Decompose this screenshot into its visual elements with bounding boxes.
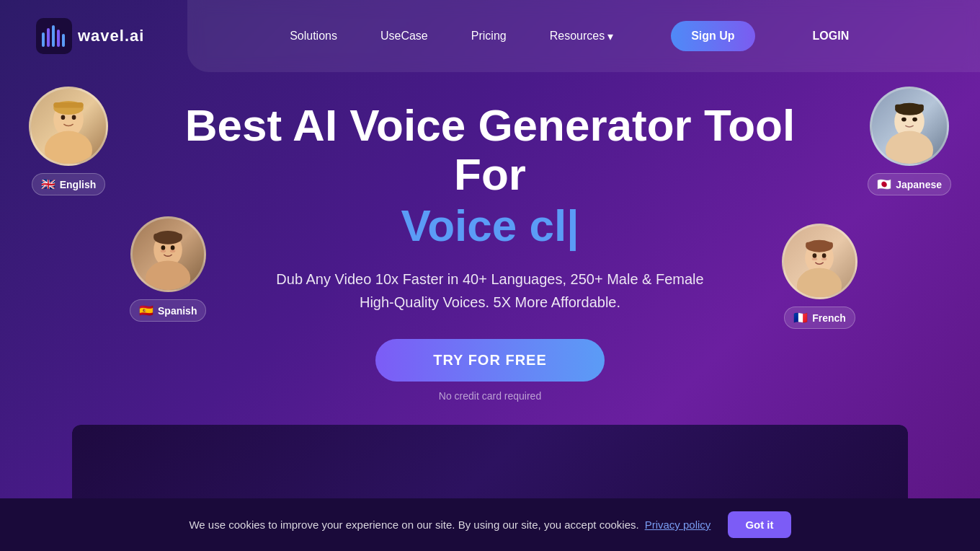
svg-rect-4	[57, 30, 60, 47]
svg-point-24	[160, 250, 166, 252]
svg-rect-5	[62, 34, 65, 47]
svg-point-15	[912, 118, 917, 122]
svg-point-32	[812, 257, 818, 260]
hero-subtitle: Voice cl|	[401, 199, 579, 252]
lang-badge-japanese: 🇯🇵 Japanese	[868, 173, 951, 195]
svg-rect-17	[895, 105, 924, 110]
avatar-english: 🇬🇧 English	[29, 87, 108, 195]
avatar-japanese: 🇯🇵 Japanese	[868, 87, 951, 195]
svg-point-13	[886, 131, 933, 164]
nav-resources[interactable]: Resources ▾	[550, 30, 613, 43]
cursor: |	[566, 199, 579, 252]
flag-french: 🇫🇷	[793, 311, 808, 325]
flag-spanish: 🇪🇸	[139, 304, 153, 317]
svg-rect-3	[52, 25, 55, 47]
flag-japanese: 🇯🇵	[877, 177, 891, 191]
svg-point-28	[813, 253, 817, 258]
logo[interactable]: wavel.ai	[36, 18, 144, 54]
signup-button[interactable]: Sign Up	[671, 21, 754, 51]
flag-english: 🇬🇧	[41, 177, 55, 191]
lang-badge-french: 🇫🇷 French	[784, 307, 855, 329]
svg-point-20	[161, 245, 165, 250]
svg-point-27	[797, 268, 842, 297]
svg-point-9	[72, 115, 76, 120]
svg-point-19	[146, 260, 190, 290]
svg-point-8	[61, 115, 66, 120]
no-card-label: No credit card required	[439, 390, 541, 402]
hero-title: Best AI Voice Generator Tool For	[166, 101, 814, 199]
svg-point-14	[901, 118, 906, 122]
avatar-image-french	[782, 224, 858, 299]
avatar-spanish: 🇪🇸 Spanish	[130, 216, 206, 322]
lang-label-japanese: Japanese	[896, 179, 942, 190]
nav-links: Solutions UseCase Pricing Resources ▾ Si…	[187, 0, 980, 72]
lang-badge-spanish: 🇪🇸 Spanish	[130, 299, 206, 322]
logo-text: wavel.ai	[78, 27, 144, 45]
svg-point-7	[45, 131, 92, 164]
cta-button[interactable]: TRY FOR FREE	[375, 339, 605, 382]
lang-label-spanish: Spanish	[158, 305, 197, 317]
svg-rect-23	[153, 234, 182, 239]
svg-point-33	[821, 257, 827, 260]
hero-description: Dub Any Video 10x Faster in 40+ Language…	[267, 268, 713, 314]
got-it-button[interactable]: Got it	[728, 511, 790, 538]
login-button[interactable]: LOGIN	[813, 30, 850, 43]
nav-pricing[interactable]: Pricing	[471, 30, 507, 43]
lang-badge-english: 🇬🇧 English	[32, 173, 106, 195]
logo-icon	[36, 18, 72, 54]
svg-point-25	[170, 250, 176, 252]
svg-rect-11	[53, 102, 84, 108]
svg-rect-31	[806, 242, 833, 247]
nav-solutions[interactable]: Solutions	[290, 30, 337, 43]
cookie-message: We use cookies to improve your experienc…	[189, 519, 638, 531]
chevron-down-icon: ▾	[607, 30, 613, 43]
svg-rect-1	[42, 32, 45, 47]
privacy-policy-link[interactable]: Privacy policy	[645, 519, 711, 531]
lang-label-english: English	[60, 179, 97, 190]
avatar-image-english	[29, 87, 108, 166]
cookie-banner: We use cookies to improve your experienc…	[0, 498, 980, 551]
avatar-image-japanese	[870, 87, 949, 166]
navigation: wavel.ai Solutions UseCase Pricing Resou…	[0, 0, 980, 72]
svg-rect-2	[47, 28, 50, 47]
avatar-image-spanish	[130, 216, 206, 292]
lang-label-french: French	[812, 312, 846, 324]
svg-point-21	[171, 245, 175, 250]
nav-usecase[interactable]: UseCase	[380, 30, 428, 43]
avatar-french: 🇫🇷 French	[782, 224, 858, 329]
svg-point-29	[822, 253, 827, 258]
